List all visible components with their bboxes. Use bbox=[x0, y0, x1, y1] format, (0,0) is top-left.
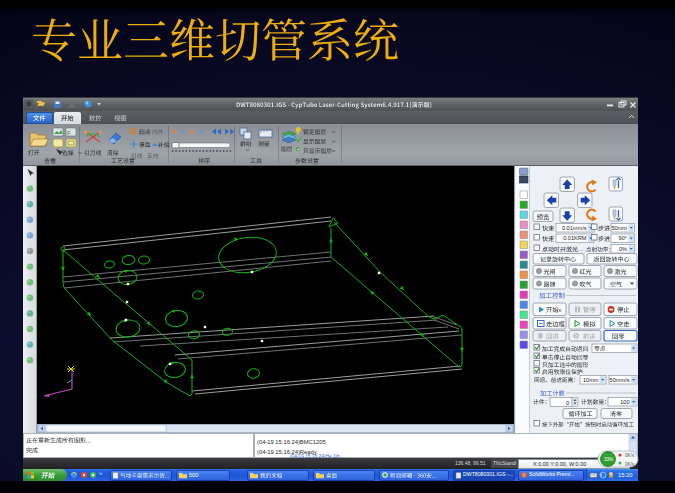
svg-text:0%: 0% bbox=[619, 246, 627, 252]
svg-text:0K/s: 0K/s bbox=[625, 462, 635, 467]
svg-text:0K/s: 0K/s bbox=[625, 453, 635, 458]
svg-text:100: 100 bbox=[620, 399, 629, 405]
svg-text:50mm: 50mm bbox=[611, 225, 627, 231]
svg-text:...: ... bbox=[578, 246, 583, 252]
svg-text:F: F bbox=[67, 130, 71, 136]
svg-text:0.01KRM: 0.01KRM bbox=[563, 235, 587, 241]
svg-text:x: x bbox=[559, 307, 562, 313]
svg-text:90°: 90° bbox=[619, 235, 627, 241]
svg-text:0.01mm/s: 0.01mm/s bbox=[562, 225, 587, 231]
svg-text:10mm: 10mm bbox=[583, 377, 599, 383]
svg-text:33%: 33% bbox=[604, 457, 613, 462]
svg-text:50mm/s: 50mm/s bbox=[610, 377, 630, 383]
